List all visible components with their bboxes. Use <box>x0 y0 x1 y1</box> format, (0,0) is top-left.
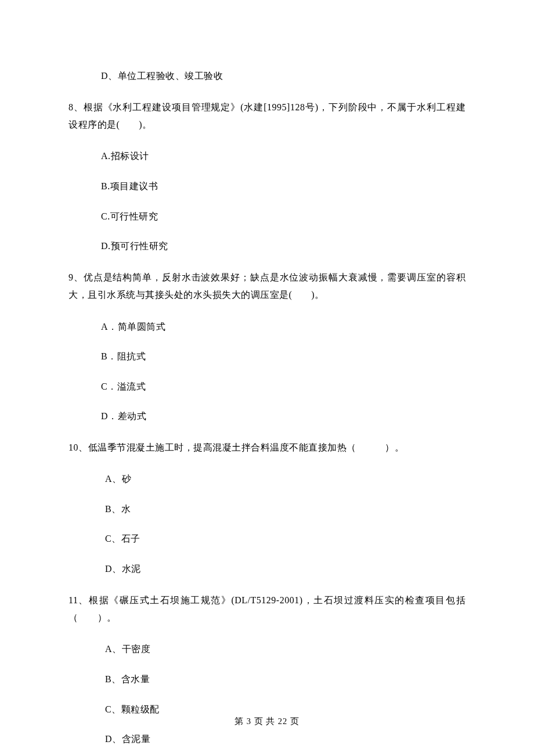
q9-option-a: A．简单圆筒式 <box>101 319 466 334</box>
q9-option-c: C．溢流式 <box>101 379 466 394</box>
q10-option-c: C、石子 <box>105 531 466 546</box>
q11-option-a: A、干密度 <box>105 642 466 657</box>
q10-option-a: A、砂 <box>105 471 466 487</box>
q8-text: 8、根据《水利工程建设项目管理规定》(水建[1995]128号)，下列阶段中，不… <box>68 99 466 134</box>
q9-option-d: D．差动式 <box>101 409 466 424</box>
q9-option-b: B．阻抗式 <box>101 349 466 364</box>
q9-text: 9、优点是结构简单，反射水击波效果好；缺点是水位波动振幅大衰减慢，需要调压室的容… <box>68 269 466 304</box>
page-footer: 第 3 页 共 22 页 <box>0 715 534 728</box>
q11-option-b: B、含水量 <box>105 672 466 687</box>
q8-option-c: C.可行性研究 <box>101 209 466 224</box>
q8-option-d: D.预可行性研究 <box>101 239 466 254</box>
q11-text: 11、根据《碾压式土石坝施工规范》(DL/T5129-2001)，土石坝过渡料压… <box>68 592 466 627</box>
q10-option-b: B、水 <box>105 502 466 517</box>
q8-option-b: B.项目建议书 <box>101 179 466 194</box>
q7-option-d: D、单位工程验收、竣工验收 <box>101 69 466 84</box>
q10-option-d: D、水泥 <box>105 561 466 577</box>
q11-option-d: D、含泥量 <box>105 732 466 747</box>
q8-option-a: A.招标设计 <box>101 149 466 164</box>
q10-text: 10、低温季节混凝土施工时，提高混凝土拌合料温度不能直接加热（ ）。 <box>68 439 466 456</box>
